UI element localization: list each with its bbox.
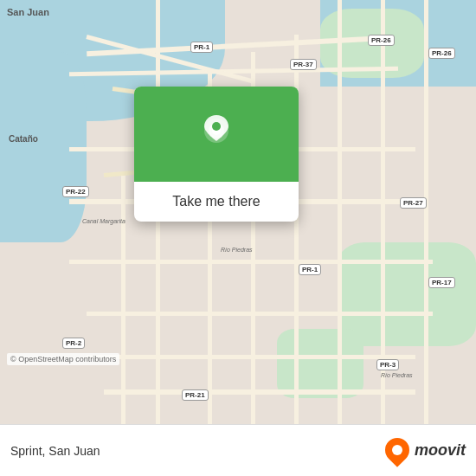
moovit-pin-icon xyxy=(380,433,415,467)
popup-card: Take me there xyxy=(134,87,299,222)
moovit-text: moovit xyxy=(415,441,466,460)
city-label-catano: Cataño xyxy=(9,134,38,144)
bottom-bar: Sprint, San Juan moovit xyxy=(0,424,476,476)
green-area-3 xyxy=(277,329,363,398)
route-badge-pr2: PR-2 xyxy=(62,338,85,349)
road-v5 xyxy=(338,0,342,424)
svg-point-3 xyxy=(212,122,221,131)
map-container: San Juan Cataño PR-1PR-1PR-37PR-26PR-26P… xyxy=(0,0,476,424)
route-badge-pr17: PR-17 xyxy=(428,277,455,288)
route-badge-pr1-center: PR-1 xyxy=(299,264,321,275)
route-badge-pr26-1: PR-26 xyxy=(368,35,395,46)
route-badge-pr22: PR-22 xyxy=(62,186,89,197)
popup-bottom: Take me there xyxy=(134,182,299,222)
moovit-pin-container xyxy=(385,438,411,464)
route-badge-pr27: PR-27 xyxy=(400,197,427,209)
route-badge-pr21: PR-21 xyxy=(182,389,209,401)
road-v8 xyxy=(121,173,125,424)
route-badge-pr1-top: PR-1 xyxy=(190,42,213,53)
road-label-canal: Canal Margarita xyxy=(82,218,125,224)
road-label-rio-piedras: Río Piedras xyxy=(221,247,253,253)
road-h8 xyxy=(104,389,415,395)
map-attribution: © OpenStreetMap contributors xyxy=(7,353,119,365)
moovit-pin-inner xyxy=(392,445,402,455)
location-name: Sprint, San Juan xyxy=(10,444,100,458)
route-badge-pr3: PR-3 xyxy=(376,359,399,370)
green-area-2 xyxy=(338,242,476,346)
road-v7 xyxy=(424,0,428,424)
moovit-logo: moovit xyxy=(385,438,466,464)
popup-green-header xyxy=(134,87,299,182)
location-pin-icon xyxy=(197,115,235,153)
route-badge-pr37: PR-37 xyxy=(290,59,317,70)
road-label-rio-piedras-2: Río Piedras xyxy=(381,372,413,378)
take-me-there-button[interactable]: Take me there xyxy=(143,194,290,209)
route-badge-pr26-2: PR-26 xyxy=(428,48,455,59)
